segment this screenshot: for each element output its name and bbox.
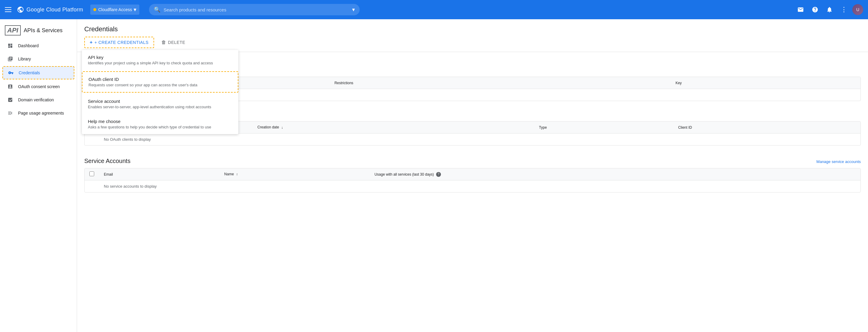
oauth-consent-icon — [7, 84, 13, 90]
oauth-type-header: Type — [534, 122, 673, 134]
page-usage-icon — [7, 110, 13, 116]
user-avatar[interactable]: U — [852, 4, 863, 15]
sa-usage-header: Usage with all services (last 30 days) ? — [370, 168, 861, 180]
mail-icon-button[interactable] — [795, 4, 807, 15]
credentials-icon — [8, 70, 14, 76]
api-key-title: API key — [88, 55, 232, 60]
api-keys-restrictions-header: Restrictions — [330, 77, 671, 89]
sidebar-item-page-usage[interactable]: Page usage agreements — [0, 106, 77, 120]
service-account-description: Enables server-to-server, app-level auth… — [88, 105, 232, 109]
toolbar: + + CREATE CREDENTIALS 🗑 DELETE API key … — [77, 33, 868, 52]
sa-checkbox-header — [85, 168, 99, 180]
oauth-client-id-title: OAuth client ID — [89, 77, 232, 82]
sidebar-item-label: Dashboard — [18, 43, 39, 48]
help-me-choose-description: Asks a few questions to help you decide … — [88, 125, 232, 129]
plus-icon: + — [90, 40, 93, 45]
sidebar: API APIs & Services Dashboard Library Cr… — [0, 19, 77, 332]
oauth-empty-row: No OAuth clients to display — [85, 134, 861, 145]
service-accounts-table: Email Name ↑ Usage with all services (la… — [85, 168, 861, 192]
search-bar[interactable]: 🔍 ▾ — [149, 4, 360, 15]
delete-label: DELETE — [168, 40, 185, 45]
sa-name-label: Name — [224, 172, 234, 176]
gcp-logo-icon — [17, 6, 24, 13]
notifications-icon-button[interactable] — [824, 4, 836, 15]
sidebar-item-label: Credentials — [19, 70, 40, 75]
search-icon: 🔍 — [154, 6, 160, 13]
project-name: Cloudflare Access — [98, 7, 132, 12]
nav-actions: ⋮ U — [795, 4, 863, 15]
sidebar-item-library[interactable]: Library — [0, 52, 77, 66]
sidebar-item-label: Library — [18, 57, 31, 61]
api-keys-key-header: Key — [671, 77, 861, 89]
search-chevron-icon: ▾ — [352, 6, 355, 13]
sa-email-header: Email — [99, 168, 219, 180]
sidebar-item-label: OAuth consent screen — [18, 84, 60, 89]
top-nav: Google Cloud Platform Cloudflare Access … — [0, 0, 868, 19]
library-icon — [7, 56, 13, 62]
more-options-button[interactable]: ⋮ — [838, 4, 850, 15]
delete-button[interactable]: 🗑 DELETE — [156, 37, 190, 47]
sa-name-header[interactable]: Name ↑ — [219, 168, 370, 180]
oauth-creation-date-label: Creation date — [257, 125, 279, 129]
project-dot — [93, 8, 96, 11]
project-chevron-icon: ▾ — [134, 6, 136, 13]
service-accounts-section: Service Accounts Manage service accounts… — [77, 152, 868, 197]
api-key-description: Identifies your project using a simple A… — [88, 61, 232, 65]
main-layout: API APIs & Services Dashboard Library Cr… — [0, 19, 868, 332]
sidebar-item-label: Page usage agreements — [18, 111, 64, 115]
create-credentials-label: + CREATE CREDENTIALS — [94, 40, 149, 45]
oauth-client-id-header: Client ID — [673, 122, 861, 134]
sidebar-item-dashboard[interactable]: Dashboard — [0, 39, 77, 52]
dropdown-item-service-account[interactable]: Service account Enables server-to-server… — [82, 94, 238, 114]
sidebar-item-oauth-consent[interactable]: OAuth consent screen — [0, 80, 77, 93]
service-account-title: Service account — [88, 99, 232, 104]
sa-usage-label: Usage with all services (last 30 days) — [374, 172, 434, 176]
dropdown-item-api-key[interactable]: API key Identifies your project using a … — [82, 50, 238, 70]
help-me-choose-title: Help me choose — [88, 119, 232, 124]
oauth-creation-date-header[interactable]: Creation date ↓ — [252, 122, 534, 134]
project-selector[interactable]: Cloudflare Access ▾ — [90, 4, 140, 15]
dashboard-icon — [7, 43, 13, 49]
service-accounts-title: Service Accounts — [84, 158, 130, 165]
service-accounts-table-wrapper: Email Name ↑ Usage with all services (la… — [77, 168, 868, 197]
sidebar-item-domain-verification[interactable]: Domain verification — [0, 93, 77, 106]
api-badge: API — [5, 25, 21, 35]
sa-empty-message: No service accounts to display — [99, 180, 861, 193]
oauth-client-id-description: Requests user consent so your app can ac… — [89, 83, 232, 87]
sort-desc-icon: ↓ — [281, 125, 283, 130]
sort-asc-icon: ↑ — [236, 172, 238, 176]
sidebar-title: APIs & Services — [24, 27, 63, 34]
content-header: Credentials — [77, 19, 868, 33]
oauth-empty-message: No OAuth clients to display — [99, 134, 861, 145]
avatar-image: U — [852, 4, 863, 15]
nav-logo: Google Cloud Platform — [17, 6, 83, 13]
page-title: Credentials — [84, 25, 118, 33]
sidebar-header: API APIs & Services — [0, 19, 77, 39]
usage-help-icon[interactable]: ? — [436, 172, 441, 177]
sidebar-item-label: Domain verification — [18, 97, 54, 102]
help-icon — [812, 6, 818, 13]
trash-icon: 🗑 — [161, 40, 166, 45]
sa-empty-row: No service accounts to display — [85, 180, 861, 193]
hamburger-menu[interactable] — [5, 6, 12, 13]
help-icon-button[interactable] — [809, 4, 821, 15]
service-accounts-header: Service Accounts Manage service accounts — [77, 152, 868, 168]
domain-verification-icon — [7, 97, 13, 103]
dropdown-item-oauth-client-id[interactable]: OAuth client ID Requests user consent so… — [82, 71, 238, 93]
sa-select-all[interactable] — [89, 171, 94, 176]
mail-icon — [797, 6, 804, 13]
manage-service-accounts-link[interactable]: Manage service accounts — [816, 159, 861, 164]
create-credentials-dropdown: API key Identifies your project using a … — [82, 50, 238, 134]
main-content: Credentials + + CREATE CREDENTIALS 🗑 DEL… — [77, 19, 868, 332]
more-vert-icon: ⋮ — [841, 6, 847, 13]
service-accounts-table-container: Email Name ↑ Usage with all services (la… — [84, 168, 861, 193]
bell-icon — [826, 6, 833, 13]
create-credentials-button[interactable]: + + CREATE CREDENTIALS — [84, 37, 154, 48]
sidebar-item-credentials[interactable]: Credentials — [2, 66, 74, 79]
dropdown-item-help-me-choose[interactable]: Help me choose Asks a few questions to h… — [82, 114, 238, 134]
search-input[interactable] — [163, 7, 349, 12]
app-title: Google Cloud Platform — [27, 7, 83, 13]
